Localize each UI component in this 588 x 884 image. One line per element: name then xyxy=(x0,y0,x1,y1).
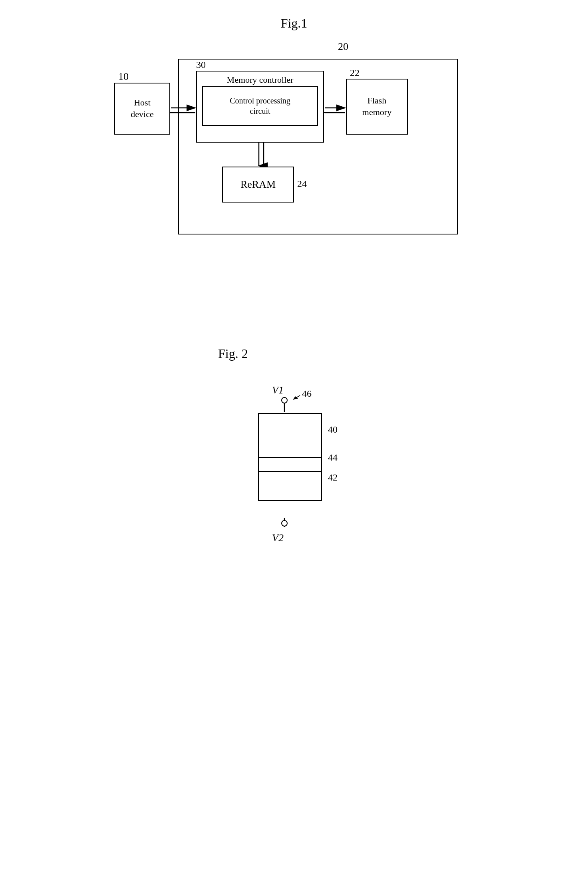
label-30: 30 xyxy=(196,60,206,70)
fig2-title: Fig. 2 xyxy=(218,346,248,361)
fig2-section: Fig. 2 V1 46 xyxy=(114,346,474,549)
label-20: 20 xyxy=(338,41,348,53)
label-46: 46 xyxy=(302,388,312,399)
host-device-box: Hostdevice xyxy=(114,83,170,135)
label-42: 42 xyxy=(328,472,338,483)
label-22: 22 xyxy=(350,68,360,78)
label-10: 10 xyxy=(118,71,129,83)
flash-memory-box: Flashmemory xyxy=(346,79,408,135)
label-24: 24 xyxy=(297,179,307,189)
label-40: 40 xyxy=(328,424,338,435)
terminal-bottom xyxy=(281,520,288,526)
page-content: Fig.1 xyxy=(0,0,588,884)
reram-label: ReRAM xyxy=(240,179,276,191)
reram-cell-midline xyxy=(259,457,321,458)
control-circuit-box: Control processingcircuit xyxy=(202,86,318,126)
fig1-title: Fig.1 xyxy=(281,16,308,31)
label-44: 44 xyxy=(328,452,338,463)
memory-controller-label: Memory controller xyxy=(197,72,323,87)
fig1-diagram: 10 Hostdevice 20 30 Memory controller 32… xyxy=(114,43,474,250)
label-v2: V2 xyxy=(272,532,284,544)
reram-cell-box xyxy=(258,413,322,501)
host-device-label: Hostdevice xyxy=(131,97,153,120)
reram-cell-lower-line xyxy=(259,471,321,472)
terminal-top xyxy=(281,397,288,403)
label-v1: V1 xyxy=(272,384,284,396)
control-circuit-label: Control processingcircuit xyxy=(230,95,290,116)
reram-box: ReRAM xyxy=(222,167,294,203)
svg-marker-12 xyxy=(293,396,298,399)
fig2-diagram: V1 46 40 44 42 V2 xyxy=(234,381,354,549)
flash-memory-label: Flashmemory xyxy=(362,95,391,118)
